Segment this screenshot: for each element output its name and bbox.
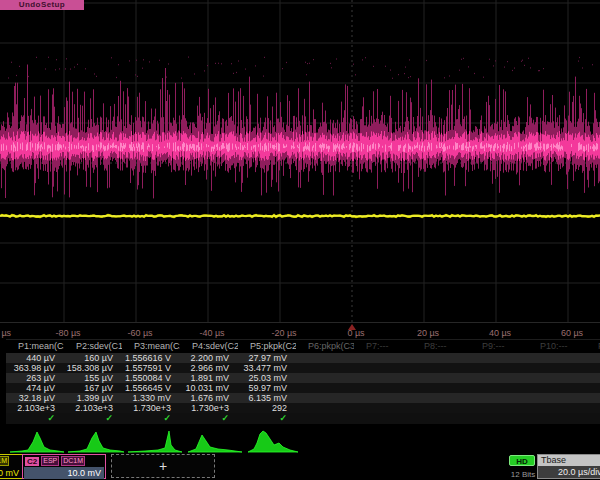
table-cell [586,373,600,383]
table-cell: 292 [238,403,296,413]
table-cell: 1.730e+3 [122,403,180,413]
table-cell: 1.730e+3 [180,403,238,413]
axis-label: 60 µs [561,328,583,338]
axis-label: -20 µs [271,328,296,338]
histicon-p4 [188,435,242,452]
table-cell [470,393,528,403]
table-cell: 59.97 mV [238,383,296,393]
table-cell [528,363,586,373]
axis-label: -80 µs [55,328,80,338]
timebase-descriptor[interactable]: Tbase 20.0 µs/div [537,454,600,479]
axis-label: -60 µs [127,328,152,338]
table-cell: 1.399 µV [64,393,122,403]
param-header[interactable]: P6:pkpk(C3) [296,340,354,353]
axis-label: 20 µs [417,328,439,338]
table-cell [470,373,528,383]
axis-label: -40 µs [199,328,224,338]
table-cell [412,373,470,383]
table-cell: 2.103e+3 [6,403,64,413]
c2-trace-peak-dots [9,57,593,79]
histicon-p3 [128,431,182,452]
measure-table: P1:mean(C1)P2:sdev(C1)P3:mean(C2)P4:sdev… [6,339,600,424]
table-cell [354,373,412,383]
table-cell: 474 µV [6,383,64,393]
channel-c1-descriptor[interactable]: C1 DC1M 10.0 mV [0,454,23,479]
undo-setup-button[interactable]: UndoSetup [0,0,84,10]
table-cell [528,373,586,383]
table-cell [586,353,600,363]
table-cell [470,353,528,363]
param-header[interactable]: P7:--- [354,340,412,353]
table-cell: 160 µV [64,353,122,363]
table-cell [354,353,412,363]
table-cell: 155 µV [64,373,122,383]
table-cell [470,403,528,413]
table-cell [296,353,354,363]
param-header[interactable]: P5:pkpk(C2) [238,340,296,353]
param-header[interactable]: P8:--- [412,340,470,353]
table-cell: 1.556616 V [122,353,180,363]
param-header[interactable]: P3:mean(C2) [122,340,180,353]
add-trace-button[interactable]: + [111,454,215,478]
table-cell [586,403,600,413]
param-header[interactable]: P2:sdev(C1) [64,340,122,353]
c2-label: C2 [25,457,39,466]
table-cell: 440 µV [6,353,64,363]
table-cell: 1.556645 V [122,383,180,393]
c2-coupling-badge: DC1M [61,456,85,466]
waveform-grid-area[interactable] [0,0,600,322]
table-cell [412,403,470,413]
param-header[interactable]: P4:sdev(C2) [180,340,238,353]
param-header[interactable]: P10:--- [528,340,586,353]
table-cell [586,383,600,393]
param-header[interactable]: P9:--- [470,340,528,353]
c2-esp-badge: ESP [41,456,59,466]
table-cell [296,393,354,403]
histicon-p2 [68,432,124,452]
table-cell: 6.135 mV [238,393,296,403]
histicon-p1 [10,432,64,452]
table-cell [296,363,354,373]
table-cell [354,383,412,393]
table-cell: 2.966 mV [180,363,238,373]
table-cell [296,383,354,393]
table-cell: 27.97 mV [238,353,296,363]
table-cell [470,383,528,393]
table-cell: 363.98 µV [6,363,64,373]
param-header[interactable]: P11:--- [586,340,600,353]
descriptor-bar: C1 DC1M 10.0 mV C2 ESP DC1M 10.0 mV + HD… [0,454,600,480]
table-cell [528,403,586,413]
hd-mode-badge[interactable]: HD [509,455,535,466]
timebase-title: Tbase [538,455,600,466]
param-header[interactable]: P1:mean(C1) [6,340,64,353]
oscilloscope-screen: UndoSetup -100 µs-80 µs-60 µs-40 µs-20 µ… [0,0,600,480]
histicon-p5 [248,431,298,452]
table-cell [354,363,412,373]
table-cell [412,393,470,403]
table-cell: 32.18 µV [6,393,64,403]
table-cell: 10.031 mV [180,383,238,393]
table-cell: 1.550084 V [122,373,180,383]
table-cell: 1.891 mV [180,373,238,383]
table-cell [412,383,470,393]
table-cell: 263 µV [6,373,64,383]
table-cell [412,353,470,363]
table-cell: 2.200 mV [180,353,238,363]
table-cell: 1.330 mV [122,393,180,403]
c2-trace-spikes [1,65,600,199]
c2-scale-value: 10.0 mV [24,467,104,479]
table-cell: 167 µV [64,383,122,393]
table-cell [296,373,354,383]
table-cell [586,393,600,403]
table-cell: 158.308 µV [64,363,122,373]
table-cell [412,363,470,373]
channel-c2-descriptor[interactable]: C2 ESP DC1M 10.0 mV [22,454,106,479]
table-cell [354,393,412,403]
table-cell: 33.477 mV [238,363,296,373]
table-cell [296,403,354,413]
axis-label: -100 µs [0,328,11,338]
c1-coupling-badge: DC1M [0,456,9,466]
table-cell: 1.676 mV [180,393,238,403]
timebase-axis: -100 µs-80 µs-60 µs-40 µs-20 µs0 µs20 µs… [0,322,600,340]
table-cell [528,393,586,403]
